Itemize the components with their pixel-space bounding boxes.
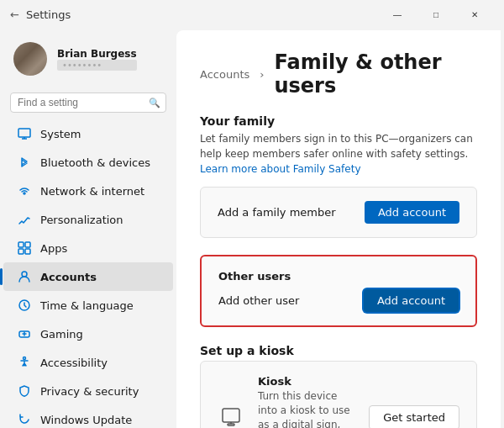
svg-rect-12 [228,424,234,425]
privacy-label: Privacy & security [40,385,139,398]
personalization-icon [17,212,32,227]
search-icon: 🔍 [149,98,160,108]
time-label: Time & language [40,299,134,312]
accessibility-icon [17,355,32,370]
bluetooth-icon [17,155,32,170]
search-box[interactable]: 🔍 [10,92,166,113]
apps-label: Apps [40,242,67,255]
add-other-user-button[interactable]: Add account [364,289,459,312]
accounts-label: Accounts [40,271,97,283]
family-section: Your family Let family members sign in t… [200,114,477,238]
system-label: System [40,128,81,140]
sidebar-item-accessibility[interactable]: Accessibility [3,348,173,377]
add-family-button[interactable]: Add account [365,201,459,224]
other-users-card: Other users Add other user Add account [200,255,477,327]
kiosk-icon [218,404,244,428]
svg-rect-11 [223,409,239,422]
svg-point-7 [22,272,27,277]
kiosk-get-started-button[interactable]: Get started [369,405,459,428]
page-title: Family & other users [274,50,477,98]
svg-rect-0 [18,129,30,137]
user-name: Brian Burgess [57,48,137,60]
search-input[interactable] [18,97,144,108]
gaming-label: Gaming [40,328,83,341]
svg-rect-5 [18,249,24,254]
system-icon [17,126,32,141]
sidebar-item-bluetooth[interactable]: Bluetooth & devices [3,148,173,177]
page-header: Accounts › Family & other users [200,50,477,98]
avatar-image [13,42,47,76]
sidebar-item-gaming[interactable]: Gaming [3,320,173,348]
kiosk-title: Kiosk [258,375,355,388]
time-icon [17,298,32,313]
sidebar-item-personalization[interactable]: Personalization [3,205,173,234]
update-label: Windows Update [40,414,132,426]
update-icon [17,412,32,427]
kiosk-card: Kiosk Turn this device into a kiosk to u… [200,361,477,428]
user-section: Brian Burgess •••••••• [0,34,176,89]
bluetooth-label: Bluetooth & devices [40,156,150,169]
main-content: Accounts › Family & other users Your fam… [176,30,501,428]
avatar [13,42,47,76]
kiosk-section: Set up a kiosk Kiosk Turn this device in… [200,344,477,428]
other-users-section-title: Other users [218,270,459,283]
svg-rect-6 [25,249,30,254]
add-family-label: Add a family member [218,206,336,219]
apps-icon [17,240,32,256]
breadcrumb: Accounts [200,68,249,81]
sidebar-item-accounts[interactable]: Accounts [3,262,173,291]
user-detail: •••••••• [57,60,137,71]
svg-rect-3 [18,242,24,247]
sidebar-item-system[interactable]: System [3,119,173,148]
sidebar-item-network[interactable]: Network & internet [3,177,173,205]
sidebar-item-update[interactable]: Windows Update [3,405,173,428]
kiosk-content: Kiosk Turn this device into a kiosk to u… [258,375,355,428]
family-section-desc: Let family members sign in to this PC—or… [200,131,477,177]
sidebar-item-privacy[interactable]: Privacy & security [3,377,173,405]
sidebar: Brian Burgess •••••••• 🔍 System Bluetoot… [0,27,176,428]
gaming-icon [17,326,32,341]
other-users-section: Other users Add other user Add account [200,255,477,327]
svg-point-10 [24,357,26,360]
family-section-title: Your family [200,114,477,128]
add-family-card: Add a family member Add account [200,187,477,238]
privacy-icon [17,383,32,399]
kiosk-desc: Turn this device into a kiosk to use as … [258,389,355,428]
network-label: Network & internet [40,185,144,198]
accessibility-label: Accessibility [40,357,108,369]
learn-more-link[interactable]: Learn more about Family Safety [200,163,361,175]
personalization-label: Personalization [40,214,123,226]
breadcrumb-separator: › [260,68,264,81]
network-icon [17,183,32,198]
sidebar-item-apps[interactable]: Apps [3,234,173,262]
accounts-icon [17,269,32,284]
kiosk-section-title: Set up a kiosk [200,344,477,357]
svg-rect-4 [25,242,30,247]
add-other-user-label: Add other user [218,294,299,307]
sidebar-item-time[interactable]: Time & language [3,291,173,320]
